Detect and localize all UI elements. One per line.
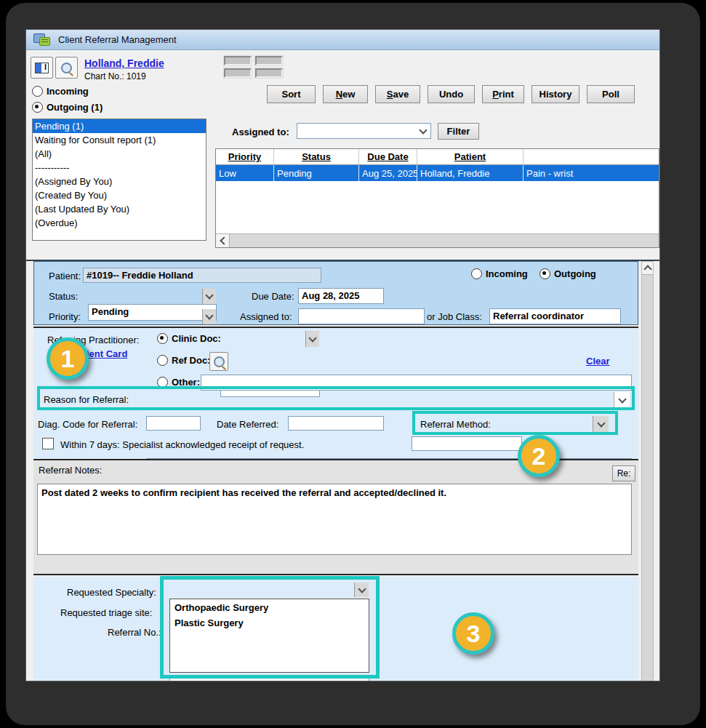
chevron-down-icon[interactable]	[202, 309, 216, 324]
undo-button[interactable]: Undo	[428, 85, 475, 103]
due-date-field[interactable]: Aug 28, 2025	[298, 288, 384, 304]
layout-grid-icon[interactable]	[224, 56, 283, 78]
radio-icon	[32, 102, 43, 113]
table-cell: Low	[216, 165, 274, 181]
save-button[interactable]: Save	[375, 85, 420, 103]
incoming-radio[interactable]: Incoming	[32, 86, 89, 97]
job-class-field[interactable]: Referral coordinator	[489, 308, 621, 324]
table-cell: Pain - wrist	[524, 165, 659, 181]
priority-label: Priority:	[49, 311, 81, 322]
history-button[interactable]: History	[531, 85, 579, 103]
list-item[interactable]: Orthopaedic Surgery	[170, 599, 369, 615]
radio-icon	[471, 268, 482, 279]
referral-table[interactable]: PriorityStatusDue DatePatient LowPending…	[215, 148, 659, 248]
table-row[interactable]: LowPendingAug 25, 2025Holland, FreddiePa…	[216, 165, 659, 181]
ref-doc-search-button[interactable]	[209, 352, 228, 371]
patient-name-link[interactable]: Holland, Freddie	[84, 57, 164, 69]
ibeam-icon: I	[35, 63, 49, 73]
detail-outgoing-radio[interactable]: Outgoing	[539, 268, 596, 279]
list-item[interactable]: Waiting for Consult report (1)	[33, 133, 206, 147]
list-item[interactable]: (All)	[33, 147, 206, 161]
search-icon	[61, 63, 72, 73]
list-item[interactable]: (Assigned By You)	[33, 175, 206, 188]
table-column-header[interactable]	[524, 149, 659, 164]
acknowledge-field[interactable]	[412, 436, 522, 451]
table-column-header[interactable]: Patient	[417, 149, 524, 164]
scroll-up-button[interactable]	[642, 262, 653, 275]
scroll-left-button[interactable]	[216, 234, 230, 247]
list-item[interactable]: (Overdue)	[33, 216, 206, 230]
demographic-button[interactable]: I	[31, 57, 53, 79]
search-icon	[214, 356, 225, 367]
patient-field: #1019-- Freddie Holland	[83, 268, 321, 283]
table-column-header[interactable]: Due Date	[359, 149, 417, 164]
radio-icon	[157, 377, 168, 388]
specialty-listbox[interactable]: Orthopaedic SurgeryPlastic Surgery	[169, 599, 369, 673]
list-item[interactable]: (Last Updated By You)	[33, 202, 206, 216]
detail-assigned-to-field[interactable]	[298, 308, 425, 324]
horizontal-scrollbar[interactable]	[216, 233, 659, 247]
re-button[interactable]: Re:	[612, 465, 635, 481]
callout-badge-3: 3	[452, 612, 494, 655]
referral-no-label: Referral No.:	[108, 627, 161, 638]
status-combo[interactable]: Pending	[88, 304, 217, 321]
acknowledge-checkbox[interactable]	[42, 438, 54, 449]
assigned-to-combo[interactable]	[297, 123, 431, 139]
referral-no-field[interactable]	[169, 675, 369, 681]
poll-button[interactable]: Poll	[587, 85, 635, 103]
requested-triage-site-label: Requested triage site:	[60, 607, 152, 618]
other-field[interactable]	[201, 375, 632, 391]
list-item[interactable]: -----------	[33, 161, 206, 175]
radio-icon	[157, 355, 168, 366]
list-item[interactable]: (Created By You)	[33, 188, 206, 202]
table-column-header[interactable]: Priority	[216, 149, 274, 164]
status-label: Status:	[49, 291, 78, 302]
print-button[interactable]: Print	[482, 85, 524, 103]
due-date-label: Due Date:	[252, 291, 294, 302]
incoming-radio-label: Incoming	[47, 86, 89, 97]
radio-icon	[157, 333, 168, 344]
window-title: Client Referral Management	[58, 34, 177, 45]
client-referral-window: Client Referral Management I Holland, Fr…	[25, 29, 660, 681]
referral-notes-label: Referral Notes:	[39, 465, 102, 476]
search-patient-button[interactable]	[55, 57, 78, 79]
radio-icon	[32, 86, 43, 97]
sort-button[interactable]: Sort	[267, 85, 316, 103]
date-referred-field[interactable]	[288, 416, 384, 431]
clinic-doc-radio[interactable]: Clinic Doc:	[157, 333, 221, 344]
chevron-down-icon[interactable]	[202, 289, 216, 304]
clinic-doc-label: Clinic Doc:	[172, 333, 221, 344]
screenshot-canvas: Client Referral Management I Holland, Fr…	[0, 0, 706, 728]
chart-number: Chart No.: 1019	[84, 71, 146, 81]
list-item[interactable]: Pending (1)	[33, 119, 206, 133]
list-item[interactable]: Plastic Surgery	[170, 615, 369, 630]
table-column-header[interactable]: Status	[274, 149, 359, 164]
callout-badge-1: 1	[47, 337, 89, 380]
new-button[interactable]: New	[323, 85, 368, 103]
chevron-down-icon[interactable]	[354, 583, 369, 597]
diag-code-label: Diag. Code for Referral:	[38, 419, 137, 430]
detail-incoming-radio[interactable]: Incoming	[471, 268, 528, 279]
reason-for-referral-label: Reason for Referral:	[44, 394, 129, 405]
table-cell: Pending	[274, 165, 359, 181]
chevron-down-icon[interactable]	[614, 392, 630, 408]
chevron-down-icon[interactable]	[593, 416, 609, 432]
table-header-row: PriorityStatusDue DatePatient	[216, 149, 659, 165]
diag-code-field[interactable]	[146, 416, 201, 431]
chevron-down-icon[interactable]	[416, 124, 430, 138]
outgoing-radio[interactable]: Outgoing (1)	[32, 102, 103, 113]
other-radio[interactable]: Other:	[157, 377, 200, 388]
table-body: LowPendingAug 25, 2025Holland, FreddiePa…	[216, 165, 659, 181]
referral-notes-textarea[interactable]: Post dated 2 weeks to confirm recipient …	[37, 484, 632, 555]
status-filter-listbox[interactable]: Pending (1)Waiting for Consult report (1…	[32, 119, 206, 241]
clear-link[interactable]: Clear	[586, 356, 610, 367]
callout-badge-2: 2	[518, 435, 560, 477]
ref-doc-radio[interactable]: Ref Doc:	[157, 355, 210, 366]
requested-specialty-label: Requested Specialty:	[67, 587, 156, 598]
chevron-down-icon[interactable]	[305, 331, 319, 347]
table-cell: Aug 25, 2025	[359, 165, 417, 181]
filter-button[interactable]: Filter	[438, 123, 479, 140]
vertical-scrollbar[interactable]	[641, 261, 654, 681]
detail-assigned-to-label: Assigned to:	[240, 311, 292, 322]
assigned-to-label: Assigned to:	[232, 127, 289, 137]
